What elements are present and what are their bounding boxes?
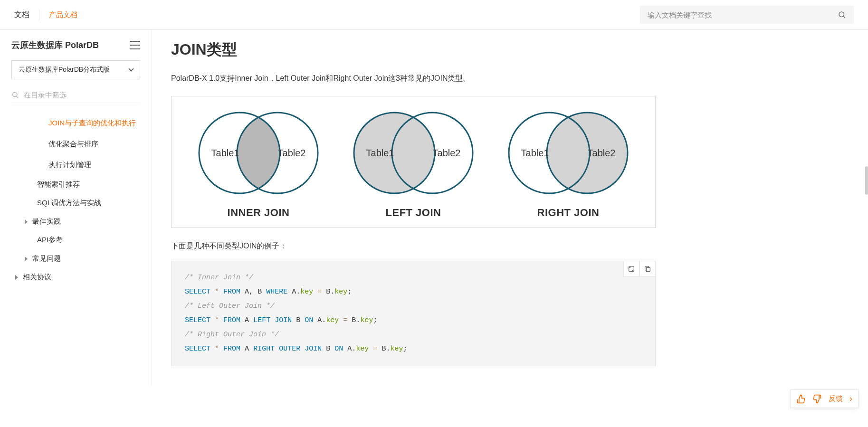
- nav-item-label: 常见问题: [32, 254, 61, 263]
- sub-text: 下面是几种不同类型JOIN的例子：: [171, 241, 656, 251]
- venn-right-label: RIGHT JOIN: [537, 207, 600, 219]
- top-bar: 文档 产品文档: [0, 0, 868, 30]
- arrow-right-icon: [15, 275, 18, 280]
- venn-table2-label: Table2: [278, 148, 306, 158]
- menu-toggle-icon[interactable]: [130, 41, 140, 49]
- arrow-right-icon: [25, 219, 28, 224]
- code-tools: [623, 261, 656, 277]
- sidebar: 云原生数据库 PolarDB 云原生数据库PolarDB分布式版 JOIN与子查…: [0, 30, 152, 385]
- content: JOIN类型 PolarDB-X 1.0支持Inner Join，Left Ou…: [152, 30, 675, 385]
- nav-item-sql-tune[interactable]: SQL调优方法与实战: [11, 194, 140, 212]
- copy-code-button[interactable]: [639, 261, 656, 277]
- svg-point-0: [839, 12, 844, 17]
- venn-table2-label: Table2: [433, 148, 461, 158]
- filter-search-icon: [11, 91, 19, 99]
- venn-table1-label: Table1: [366, 148, 394, 158]
- nav-item-faq[interactable]: 常见问题: [11, 249, 140, 268]
- venn-left-label: LEFT JOIN: [386, 207, 441, 219]
- nav-item-best-practice[interactable]: 最佳实践: [11, 212, 140, 231]
- svg-line-1: [843, 16, 845, 18]
- nav-item-label: 相关协议: [23, 273, 51, 282]
- search-icon[interactable]: [838, 10, 846, 19]
- venn-table2-label: Table2: [588, 148, 616, 158]
- nav-item-agg-sort[interactable]: 优化聚合与排序: [11, 133, 140, 154]
- arrow-right-icon: [25, 256, 28, 261]
- nav-tree: JOIN与子查询的优化和执行 优化聚合与排序 执行计划管理 智能索引推荐 SQL…: [11, 113, 140, 286]
- svg-line-3: [17, 96, 18, 98]
- main-container: 云原生数据库 PolarDB 云原生数据库PolarDB分布式版 JOIN与子查…: [0, 30, 868, 385]
- venn-table1-label: Table1: [521, 148, 549, 158]
- sidebar-header: 云原生数据库 PolarDB: [11, 39, 140, 51]
- sidebar-scrollbar[interactable]: [865, 166, 868, 195]
- venn-inner-join: Table1 Table2 INNER JOIN: [190, 108, 327, 219]
- chevron-down-icon: [128, 66, 134, 71]
- intro-text: PolarDB-X 1.0支持Inner Join，Left Outer Joi…: [171, 72, 656, 85]
- top-left-nav: 文档 产品文档: [14, 10, 77, 20]
- sidebar-filter[interactable]: [11, 87, 140, 103]
- version-value: 云原生数据库PolarDB分布式版: [19, 66, 110, 74]
- code-block: /* Inner Join */ SELECT * FROM A, B WHER…: [171, 261, 656, 366]
- product-title: 云原生数据库 PolarDB: [11, 39, 99, 51]
- filter-input[interactable]: [24, 91, 140, 99]
- expand-code-button[interactable]: [623, 261, 639, 277]
- venn-inner-svg: Table1 Table2: [190, 108, 327, 198]
- nav-item-agreement[interactable]: 相关协议: [11, 268, 140, 286]
- search-box[interactable]: [640, 6, 854, 24]
- venn-table1-label: Table1: [211, 148, 239, 158]
- venn-diagram-box: Table1 Table2 INNER JOIN Table1 Table2 L…: [171, 96, 656, 228]
- venn-left-svg: Table1 Table2: [344, 108, 482, 198]
- code-wrapper: /* Inner Join */ SELECT * FROM A, B WHER…: [171, 261, 656, 366]
- nav-item-join-subquery[interactable]: JOIN与子查询的优化和执行: [11, 113, 140, 133]
- venn-left-join: Table1 Table2 LEFT JOIN: [344, 108, 482, 219]
- page-title: JOIN类型: [171, 39, 656, 60]
- version-dropdown[interactable]: 云原生数据库PolarDB分布式版: [11, 60, 140, 79]
- nav-item-plan-mgmt[interactable]: 执行计划管理: [11, 154, 140, 175]
- nav-item-smart-index[interactable]: 智能索引推荐: [11, 175, 140, 194]
- doc-link[interactable]: 文档: [14, 10, 39, 20]
- product-doc-link[interactable]: 产品文档: [49, 10, 77, 19]
- venn-right-join: Table1 Table2 RIGHT JOIN: [499, 108, 637, 219]
- svg-rect-15: [646, 268, 650, 272]
- venn-inner-label: INNER JOIN: [228, 207, 290, 219]
- search-input[interactable]: [648, 11, 838, 19]
- svg-point-2: [13, 92, 17, 96]
- nav-item-label: 最佳实践: [32, 217, 61, 226]
- venn-right-svg: Table1 Table2: [499, 108, 637, 198]
- nav-item-api-ref[interactable]: API参考: [11, 231, 140, 249]
